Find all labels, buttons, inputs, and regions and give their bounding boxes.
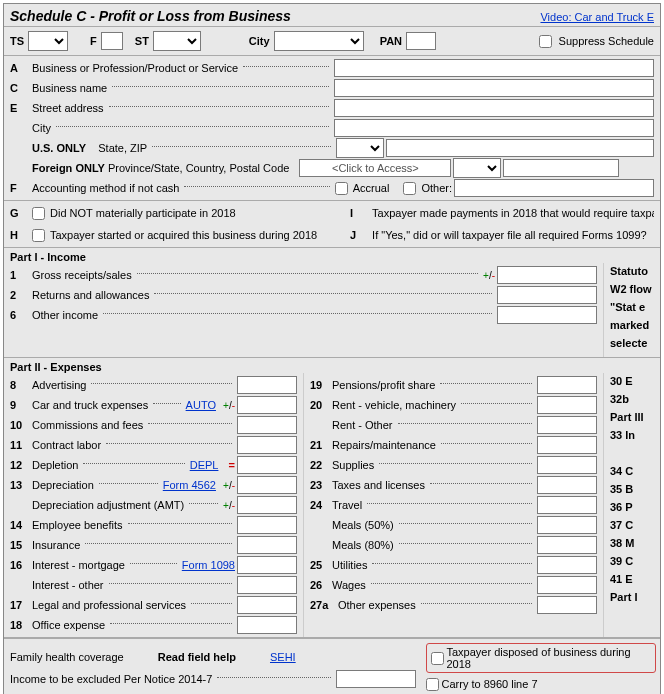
accrual-checkbox[interactable] [335, 182, 348, 195]
line-e2-label: City [32, 122, 51, 134]
l20b-input[interactable] [537, 416, 597, 434]
carry8960-checkbox[interactable] [426, 678, 439, 691]
form1098-link[interactable]: Form 1098 [182, 559, 235, 571]
l24-input[interactable] [537, 496, 597, 514]
l16-input[interactable] [237, 556, 297, 574]
ts-select[interactable] [28, 31, 68, 51]
header: Schedule C - Profit or Loss from Busines… [4, 4, 660, 27]
ghij-row: G Did NOT materially participate in 2018… [4, 201, 660, 248]
state-select[interactable] [336, 138, 384, 158]
sehi-link[interactable]: SEHI [270, 651, 296, 663]
l20-input[interactable] [537, 396, 597, 414]
footer-section: Family health coverage Read field help S… [4, 638, 660, 694]
line6-num: 6 [10, 309, 30, 321]
part2-section: 8Advertising 9Car and truck expensesAUTO… [4, 373, 660, 638]
pan-input[interactable] [406, 32, 436, 50]
carry8960-label: Carry to 8960 line 7 [442, 678, 538, 690]
disposed-label: Taxpayer disposed of business during 201… [447, 646, 652, 670]
line1-num: 1 [10, 269, 30, 281]
line-a-input[interactable] [334, 59, 654, 77]
line-e-num: E [10, 102, 30, 114]
business-info-section: A Business or Profession/Product or Serv… [4, 56, 660, 201]
line2-num: 2 [10, 289, 30, 301]
part2-side: 30 E 32b Part III 33 In 34 C 35 B 36 P 3… [604, 373, 660, 637]
l23-input[interactable] [537, 476, 597, 494]
f-input[interactable] [101, 32, 123, 50]
eq-icon: = [229, 459, 235, 471]
line-j-label: If "Yes," did or will taxpayer file all … [372, 229, 647, 241]
line-h-num: H [10, 229, 30, 241]
line-e2-input[interactable] [334, 119, 654, 137]
l8-input[interactable] [237, 376, 297, 394]
line-g-checkbox[interactable] [32, 207, 45, 220]
suppress-checkbox[interactable] [539, 35, 552, 48]
line-i-num: I [350, 207, 370, 219]
l13b-input[interactable] [237, 496, 297, 514]
foreign-only-rest: Province/State, Country, Postal Code [105, 162, 289, 174]
form-container: Schedule C - Profit or Loss from Busines… [3, 3, 661, 694]
page-title: Schedule C - Profit or Loss from Busines… [10, 8, 291, 24]
pm-icon[interactable]: +/- [223, 500, 235, 511]
l18-input[interactable] [237, 616, 297, 634]
other-input[interactable] [454, 179, 654, 197]
line6-label: Other income [32, 309, 98, 321]
pm-icon[interactable]: +/- [483, 270, 495, 281]
disposed-checkbox[interactable] [431, 652, 444, 665]
income-excluded-input[interactable] [336, 670, 416, 688]
l11-input[interactable] [237, 436, 297, 454]
st-label: ST [135, 35, 149, 47]
l26-input[interactable] [537, 576, 597, 594]
us-only-rest: State, ZIP [98, 142, 147, 154]
line-g-label: Did NOT materially participate in 2018 [50, 207, 236, 219]
foreign-input[interactable] [299, 159, 451, 177]
line-c-label: Business name [32, 82, 107, 94]
l17-input[interactable] [237, 596, 297, 614]
part1-side: Statuto W2 flow "Stat e marked selecte [604, 263, 660, 357]
f-label: F [90, 35, 97, 47]
l22-input[interactable] [537, 456, 597, 474]
pm-icon[interactable]: +/- [223, 480, 235, 491]
video-link[interactable]: Video: Car and Truck E [540, 11, 654, 23]
l24c-input[interactable] [537, 536, 597, 554]
l10-input[interactable] [237, 416, 297, 434]
st-select[interactable] [153, 31, 201, 51]
city-select[interactable] [274, 31, 364, 51]
line1-label: Gross receipts/sales [32, 269, 132, 281]
line-f-num: F [10, 182, 30, 194]
l24b-input[interactable] [537, 516, 597, 534]
line2-input[interactable] [497, 286, 597, 304]
line-e-input[interactable] [334, 99, 654, 117]
read-field-help: Read field help [158, 651, 236, 663]
foreign-select[interactable] [453, 158, 501, 178]
line6-input[interactable] [497, 306, 597, 324]
line-a-num: A [10, 62, 30, 74]
line-h-checkbox[interactable] [32, 229, 45, 242]
l13-input[interactable] [237, 476, 297, 494]
filter-row: TS F ST City PAN Suppress Schedule [4, 27, 660, 56]
l16b-input[interactable] [237, 576, 297, 594]
foreign-only-bold: Foreign ONLY [32, 162, 105, 174]
l15-input[interactable] [237, 536, 297, 554]
ts-label: TS [10, 35, 24, 47]
accrual-label: Accrual [353, 182, 390, 194]
l25-input[interactable] [537, 556, 597, 574]
zip-input[interactable] [386, 139, 654, 157]
depl-link[interactable]: DEPL [190, 459, 219, 471]
form4562-link[interactable]: Form 4562 [163, 479, 216, 491]
income-excluded-label: Income to be excluded Per Notice 2014-7 [10, 673, 212, 685]
l19-input[interactable] [537, 376, 597, 394]
line-c-input[interactable] [334, 79, 654, 97]
other-checkbox[interactable] [403, 182, 416, 195]
pm-icon[interactable]: +/- [223, 400, 235, 411]
line-f-label: Accounting method if not cash [32, 182, 179, 194]
city-label: City [249, 35, 270, 47]
l21-input[interactable] [537, 436, 597, 454]
auto-link[interactable]: AUTO [186, 399, 216, 411]
l9-input[interactable] [237, 396, 297, 414]
l14-input[interactable] [237, 516, 297, 534]
l12-input[interactable] [237, 456, 297, 474]
other-label: Other: [421, 182, 452, 194]
line1-input[interactable] [497, 266, 597, 284]
l27-input[interactable] [537, 596, 597, 614]
foreign-input2[interactable] [503, 159, 619, 177]
